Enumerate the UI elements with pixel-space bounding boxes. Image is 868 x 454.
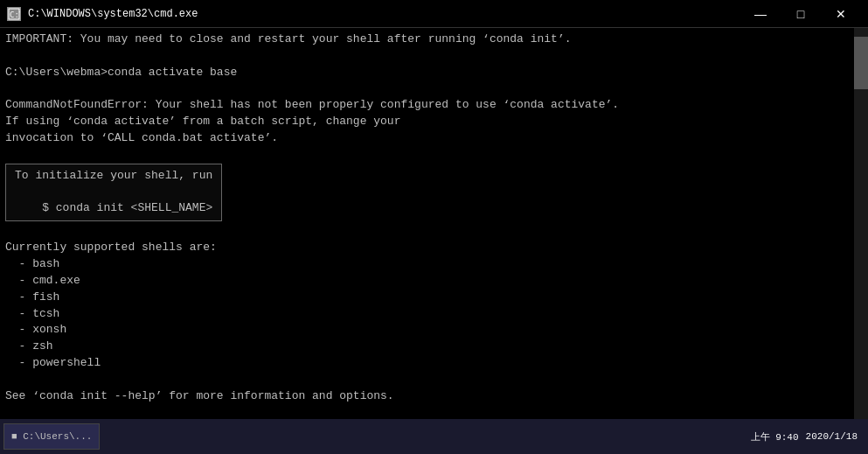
- line-shell-fish: - fish: [5, 290, 863, 306]
- maximize-button[interactable]: □: [781, 0, 821, 28]
- terminal-body[interactable]: IMPORTANT: You may need to close and res…: [0, 28, 868, 419]
- taskbar-cmd-item[interactable]: ■ C:\Users\...: [3, 423, 100, 450]
- line-important-top: IMPORTANT: You may need to close and res…: [5, 31, 863, 48]
- window-icon: C:\: [7, 7, 21, 21]
- line-blank-7: [5, 405, 863, 419]
- minimize-button[interactable]: —: [740, 0, 781, 28]
- line-shell-zsh: - zsh: [5, 339, 863, 355]
- line-error-2: If using ‘conda activate’ from a batch s…: [5, 114, 863, 130]
- line-blank-5: [5, 223, 863, 240]
- window-title: C:\WINDOWS\system32\cmd.exe: [28, 8, 733, 20]
- taskbar-time: 上午 9:40: [751, 430, 799, 444]
- close-button[interactable]: ✕: [821, 0, 861, 28]
- line-help: See ‘conda init --help’ for more informa…: [5, 388, 863, 405]
- line-shell-bash: - bash: [5, 256, 863, 273]
- line-error-1: CommandNotFoundError: Your shell has not…: [5, 97, 863, 114]
- line-blank-6: [5, 372, 863, 388]
- line-blank-1: [5, 48, 863, 65]
- line-blank-4: [15, 185, 212, 201]
- title-bar: C:\ C:\WINDOWS\system32\cmd.exe — □ ✕: [0, 0, 868, 28]
- cmd-window: C:\ C:\WINDOWS\system32\cmd.exe — □ ✕ IM…: [0, 0, 868, 454]
- window-controls: — □ ✕: [740, 0, 861, 28]
- line-prompt-1: C:\Users\webma>conda activate base: [5, 65, 863, 81]
- scrollbar-thumb[interactable]: [854, 37, 868, 89]
- line-init-cmd: $ conda init <SHELL_NAME>: [15, 200, 212, 217]
- line-blank-3: [5, 147, 863, 164]
- line-shell-ps: - powershell: [5, 355, 863, 372]
- line-blank-2: [5, 81, 863, 98]
- line-shell-xonsh: - xonsh: [5, 322, 863, 339]
- line-shell-cmd: - cmd.exe: [5, 273, 863, 290]
- scrollbar[interactable]: [854, 28, 868, 419]
- line-init-header: To initialize your shell, run: [15, 168, 212, 185]
- line-shells-header: Currently supported shells are:: [5, 240, 863, 256]
- taskbar: ■ C:\Users\... 上午 9:40 2020/1/18: [0, 419, 868, 454]
- taskbar-right: 上午 9:40 2020/1/18: [751, 430, 865, 444]
- taskbar-cmd-label: ■ C:\Users\...: [11, 431, 92, 442]
- svg-text:C:\: C:\: [10, 10, 20, 19]
- line-shell-tcsh: - tcsh: [5, 306, 863, 323]
- line-error-3: invocation to ‘CALL conda.bat activate’.: [5, 130, 863, 147]
- taskbar-date: 2020/1/18: [806, 431, 858, 442]
